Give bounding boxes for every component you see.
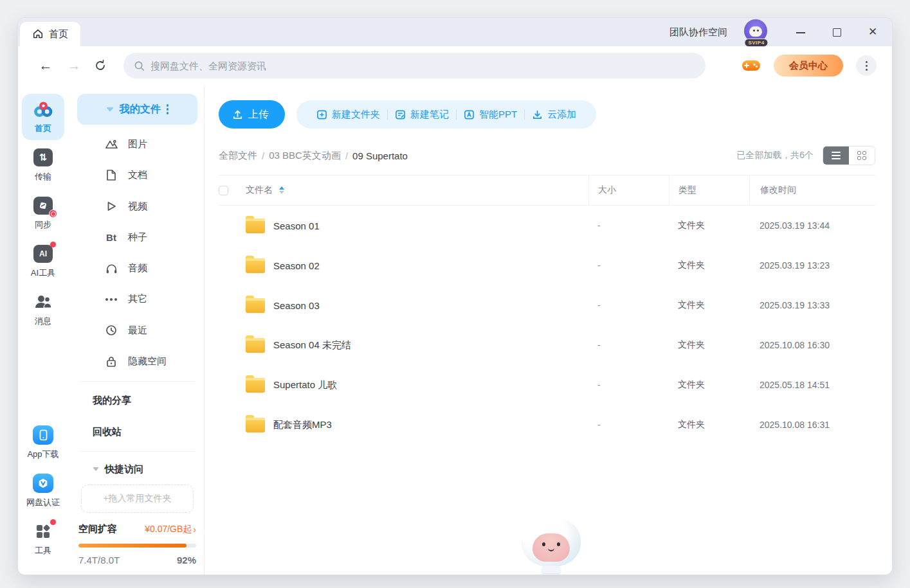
file-type: 文件夹 (669, 365, 749, 405)
sidebar-label-audio: 音频 (128, 262, 147, 274)
storage-progress-bar (78, 544, 196, 548)
sidebar-item-recycle-bin[interactable]: 回收站 (77, 416, 197, 447)
file-row-season-01[interactable]: Season 01 - 文件夹 2025.03.19 13:44 (219, 206, 875, 245)
member-center-button[interactable]: 会员中心 (774, 55, 843, 76)
sidebar-label-images: 图片 (128, 138, 147, 150)
rail-label-tools: 工具 (35, 545, 51, 557)
sidebar-item-recent[interactable]: 最近 (77, 315, 197, 346)
new-folder-button[interactable]: 新建文件夹 (309, 109, 387, 121)
breadcrumb-all-files[interactable]: 全部文件 (219, 150, 257, 162)
team-space-link[interactable]: 团队协作空间 (669, 26, 727, 39)
file-size: - (588, 285, 669, 325)
sort-icon[interactable] (279, 186, 284, 194)
new-note-button[interactable]: 新建笔记 (388, 109, 456, 121)
search-input[interactable] (150, 60, 695, 71)
ai-new-badge (50, 242, 56, 247)
sidebar-item-other[interactable]: 其它 (77, 284, 197, 315)
minimize-button[interactable] (796, 27, 806, 37)
file-row-season-03[interactable]: Season 03 - 文件夹 2025.03.19 13:33 (219, 285, 875, 325)
audio-icon (104, 263, 118, 274)
rail-item-app-download[interactable]: App下载 (22, 420, 64, 466)
file-type: 文件夹 (669, 405, 749, 445)
sidebar-item-my-shares[interactable]: 我的分享 (77, 386, 197, 416)
my-files-menu-icon[interactable] (167, 104, 169, 114)
file-name[interactable]: Season 03 (273, 300, 320, 311)
file-row-supertato-songs[interactable]: Supertato 儿歌 - 文件夹 2025.05.18 14:51 (219, 365, 875, 405)
drop-folder-zone[interactable]: +拖入常用文件夹 (81, 485, 194, 513)
file-size: - (588, 365, 669, 405)
rail-item-ai-tools[interactable]: AI AI工具 (22, 238, 64, 285)
documents-icon (104, 169, 118, 181)
rail-item-messages[interactable]: 消息 (22, 287, 64, 333)
sidebar-label-other: 其它 (128, 293, 147, 305)
file-name[interactable]: Supertato 儿歌 (273, 379, 337, 391)
file-row-audio-mp3[interactable]: 配套音频MP3 - 文件夹 2025.10.08 16:31 (219, 405, 875, 445)
sidebar-item-audio[interactable]: 音频 (77, 253, 197, 283)
search-bar[interactable] (123, 53, 705, 78)
chevron-right-icon: › (193, 524, 196, 535)
images-icon (104, 138, 118, 150)
sidebar-item-hidden-space[interactable]: 隐藏空间 (77, 346, 197, 377)
folder-icon (246, 258, 265, 273)
storage-usage-text: 7.4T/8.0T (78, 555, 120, 566)
file-name[interactable]: Season 02 (273, 260, 320, 271)
refresh-button[interactable] (94, 59, 111, 72)
sidebar-item-videos[interactable]: 视频 (77, 191, 197, 222)
back-button[interactable]: ← (37, 58, 54, 73)
assistant-mascot[interactable] (522, 517, 581, 572)
smart-ppt-button[interactable]: 智能PPT (457, 109, 524, 121)
column-header-name[interactable]: 文件名 (246, 184, 273, 196)
more-menu-button[interactable] (856, 55, 877, 76)
upload-button[interactable]: 上传 (219, 100, 285, 129)
select-all-checkbox[interactable] (219, 186, 228, 195)
quick-access-header[interactable]: 快捷访问 (77, 456, 197, 483)
sidebar-item-torrents[interactable]: Bt 种子 (77, 222, 197, 253)
forward-button[interactable]: → (66, 58, 82, 73)
column-header-time[interactable]: 修改时间 (749, 175, 875, 205)
file-time: 2025.03.19 13:33 (749, 285, 875, 325)
sidebar-item-my-files[interactable]: 我的文件 (77, 94, 197, 125)
grid-view-button[interactable] (849, 147, 875, 165)
view-toggle (823, 146, 875, 165)
breadcrumb-current-folder: 09 Supertato (352, 150, 408, 161)
cloud-add-label: 云添加 (547, 109, 576, 121)
tab-home[interactable]: 首页 (20, 22, 80, 46)
storage-expand-link[interactable]: ¥0.07/GB起› (145, 524, 196, 535)
file-list: Season 01 - 文件夹 2025.03.19 13:44 Season … (219, 206, 875, 445)
rail-item-home[interactable]: 首页 (22, 94, 64, 140)
maximize-button[interactable] (832, 27, 842, 37)
rail-item-certification[interactable]: 网盘认证 (22, 468, 64, 514)
file-name[interactable]: 配套音频MP3 (273, 419, 332, 431)
breadcrumb-parent-folder[interactable]: 03 BBC英文动画 (269, 150, 341, 162)
rail-item-sync[interactable]: 同步 (22, 190, 64, 236)
file-name[interactable]: Season 04 未完结 (273, 339, 351, 352)
sidebar-item-documents[interactable]: 文档 (77, 160, 197, 191)
file-name[interactable]: Season 01 (273, 220, 320, 231)
user-avatar[interactable]: SVIP4 (744, 19, 769, 45)
close-button[interactable]: ✕ (868, 27, 878, 37)
breadcrumb-separator: / (262, 150, 264, 161)
quick-access-triangle-icon (93, 467, 99, 471)
file-time: 2025.05.18 14:51 (749, 365, 875, 405)
rail-item-transfer[interactable]: ⇅ 传输 (22, 142, 64, 188)
rail-item-tools[interactable]: 工具 (22, 516, 64, 562)
folder-icon (246, 378, 265, 393)
file-row-season-02[interactable]: Season 02 - 文件夹 2025.03.19 13:23 (219, 245, 875, 285)
file-type: 文件夹 (669, 285, 749, 325)
column-header-size[interactable]: 大小 (588, 175, 669, 205)
divider (80, 451, 195, 452)
cloud-add-button[interactable]: 云添加 (525, 109, 583, 121)
file-sidebar: 我的文件 图片 文档 (68, 85, 205, 575)
sidebar-item-images[interactable]: 图片 (77, 129, 197, 159)
list-view-button[interactable] (823, 147, 849, 165)
tools-icon (32, 521, 54, 542)
sidebar-label-torrents: 种子 (128, 231, 147, 244)
folder-icon (246, 298, 265, 313)
breadcrumb-separator: / (345, 150, 348, 161)
breadcrumb: 全部文件 / 03 BBC英文动画 / 09 Supertato 已全部加载，共… (219, 146, 875, 165)
file-size: - (588, 325, 669, 365)
file-row-season-04[interactable]: Season 04 未完结 - 文件夹 2025.10.08 16:30 (219, 325, 875, 365)
game-center-icon[interactable] (742, 58, 761, 73)
column-header-type[interactable]: 类型 (669, 175, 749, 205)
rail-label-app-download: App下载 (27, 449, 59, 460)
